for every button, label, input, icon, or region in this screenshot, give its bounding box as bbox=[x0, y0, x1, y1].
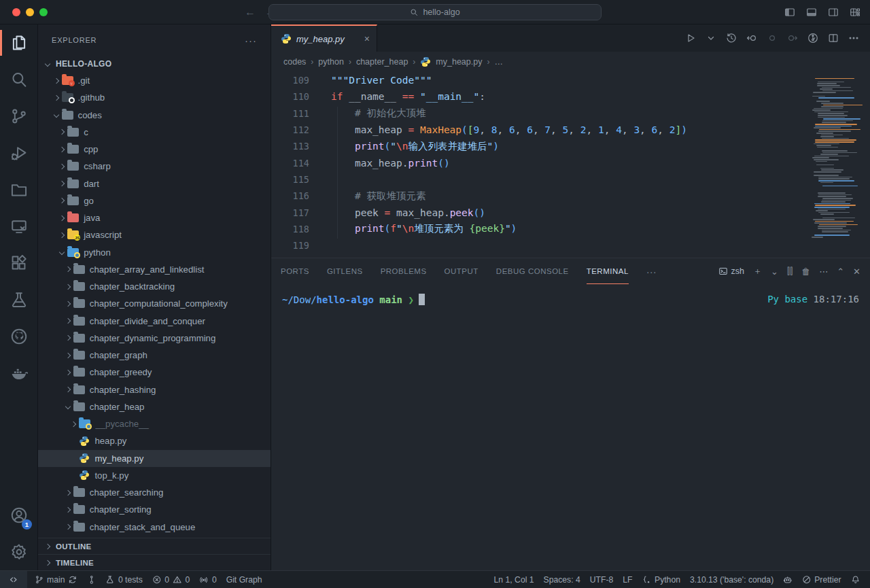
history-icon[interactable] bbox=[726, 33, 737, 44]
activity-project-manager[interactable] bbox=[0, 171, 37, 208]
terminal-shell-label[interactable]: zsh bbox=[718, 266, 744, 276]
chevron-right-icon[interactable] bbox=[63, 267, 73, 271]
panel-tabs-more[interactable]: ··· bbox=[646, 266, 657, 277]
chevron-right-icon[interactable] bbox=[63, 319, 73, 323]
chevron-right-icon[interactable] bbox=[63, 491, 73, 495]
chevron-right-icon[interactable] bbox=[56, 148, 67, 152]
tree-item-cpp[interactable]: cpp bbox=[38, 141, 271, 158]
activity-settings[interactable] bbox=[0, 534, 37, 570]
close-window-button[interactable] bbox=[12, 8, 20, 16]
activity-docker[interactable] bbox=[0, 355, 37, 392]
activity-remote-explorer[interactable] bbox=[0, 208, 37, 245]
split-editor-icon[interactable] bbox=[828, 33, 839, 44]
tree-item-dart[interactable]: dart bbox=[38, 175, 271, 192]
tree-item-chapter-heap[interactable]: chapter_heap bbox=[38, 398, 271, 415]
chevron-right-icon[interactable] bbox=[63, 387, 73, 392]
code-line-114[interactable]: 114 max_heap.print() bbox=[271, 154, 870, 171]
code-line-115[interactable]: 115 bbox=[271, 171, 870, 188]
chevron-right-icon[interactable] bbox=[63, 508, 73, 512]
layout-sidebar-right-icon[interactable] bbox=[828, 7, 839, 18]
layout-customize-icon[interactable] bbox=[850, 7, 860, 18]
status-encoding[interactable]: UTF-8 bbox=[585, 571, 619, 588]
code-line-111[interactable]: 111 # 初始化大顶堆 bbox=[271, 105, 870, 122]
panel-tab-terminal[interactable]: TERMINAL bbox=[587, 258, 629, 284]
breadcrumb-item[interactable]: python bbox=[318, 57, 344, 67]
tree-item--github[interactable]: .github bbox=[38, 89, 271, 106]
project-root-row[interactable]: HELLO-ALGO bbox=[38, 56, 271, 72]
code-line-118[interactable]: 118 print(f"\n堆顶元素为 {peek}") bbox=[271, 221, 870, 237]
status-python-interpreter[interactable]: 3.10.13 ('base': conda) bbox=[685, 571, 778, 588]
tree-item-c[interactable]: c bbox=[38, 124, 271, 141]
activity-search[interactable] bbox=[0, 61, 37, 98]
minimize-window-button[interactable] bbox=[26, 8, 34, 16]
trash-icon[interactable]: 🗑 bbox=[801, 266, 810, 277]
chevron-right-icon[interactable] bbox=[63, 285, 73, 289]
chevron-up-icon[interactable]: ⌃ bbox=[837, 266, 844, 277]
tree-item-top-k-py[interactable]: top_k.py bbox=[38, 467, 271, 484]
tree-item-chapter-greedy[interactable]: chapter_greedy bbox=[38, 364, 271, 381]
breadcrumb-item[interactable]: chapter_heap bbox=[356, 57, 408, 67]
activity-explorer[interactable] bbox=[0, 24, 37, 61]
chevron-right-icon[interactable] bbox=[63, 353, 73, 358]
status-remote-indicator[interactable] bbox=[0, 571, 27, 588]
layout-sidebar-icon[interactable] bbox=[784, 7, 795, 18]
tree-item--pycache-[interactable]: __pycache__ bbox=[38, 415, 271, 432]
code-line-113[interactable]: 113 print("\n输入列表并建堆后") bbox=[271, 138, 870, 154]
zoom-window-button[interactable] bbox=[39, 8, 48, 16]
circle-icon[interactable] bbox=[767, 33, 778, 44]
status-prettier[interactable]: Prettier bbox=[797, 571, 846, 588]
code-line-109[interactable]: 109"""Driver Code""" bbox=[271, 72, 870, 88]
tree-item-my-heap-py[interactable]: my_heap.py bbox=[38, 450, 271, 467]
status-git-graph[interactable]: Git Graph bbox=[222, 571, 267, 588]
status-indentation[interactable]: Spaces: 4 bbox=[539, 571, 585, 588]
navigate-back-icon[interactable]: ← bbox=[245, 6, 256, 18]
status-tests-status[interactable]: 0 tests bbox=[101, 571, 147, 588]
more-actions-icon[interactable] bbox=[848, 33, 859, 44]
code-line-119[interactable]: 119 bbox=[271, 237, 870, 254]
tab-my-heap[interactable]: my_heap.py × bbox=[271, 24, 377, 52]
tree-item-python[interactable]: python bbox=[38, 244, 271, 261]
tree-item-chapter-backtracking[interactable]: chapter_backtracking bbox=[38, 278, 271, 295]
chevron-right-icon[interactable] bbox=[56, 216, 67, 220]
tree-item-chapter-searching[interactable]: chapter_searching bbox=[38, 484, 271, 501]
chevron-right-icon[interactable] bbox=[56, 130, 67, 134]
tree-item-java[interactable]: java bbox=[38, 209, 271, 226]
status-gitlens-status[interactable] bbox=[82, 571, 101, 588]
layout-panel-icon[interactable] bbox=[806, 7, 817, 18]
chevron-right-icon[interactable] bbox=[51, 79, 62, 83]
minimap[interactable] bbox=[812, 76, 866, 239]
breadcrumb-item[interactable]: … bbox=[494, 57, 503, 67]
section-outline[interactable]: OUTLINE bbox=[38, 538, 271, 554]
tree-item-chapter-computational-complexity[interactable]: chapter_computational_complexity bbox=[38, 295, 271, 312]
shell-dropdown-icon[interactable]: ⌄ bbox=[771, 266, 778, 277]
code-editor[interactable]: 109"""Driver Code"""110if __name__ == "_… bbox=[271, 72, 870, 258]
status-copilot[interactable] bbox=[778, 571, 797, 588]
chevron-right-icon[interactable] bbox=[56, 181, 67, 186]
activity-accounts[interactable]: 1 bbox=[0, 497, 37, 534]
section-timeline[interactable]: TIMELINE bbox=[38, 554, 271, 570]
next-change-icon[interactable] bbox=[787, 33, 798, 44]
panel-tab-output[interactable]: OUTPUT bbox=[445, 258, 478, 284]
panel-tab-gitlens[interactable]: GITLENS bbox=[327, 258, 363, 284]
chevron-right-icon[interactable] bbox=[63, 525, 73, 529]
chevron-down-icon[interactable] bbox=[63, 404, 73, 409]
tree-item-chapter-divide-and-conquer[interactable]: chapter_divide_and_conquer bbox=[38, 313, 271, 330]
split-panel-icon[interactable]: ⫿⫿ bbox=[787, 266, 793, 277]
code-line-110[interactable]: 110if __name__ == "__main__": bbox=[271, 88, 870, 105]
breadcrumb-item[interactable]: codes bbox=[283, 57, 306, 67]
plus-icon[interactable]: ＋ bbox=[753, 265, 762, 277]
tree-item-codes[interactable]: codes bbox=[38, 107, 271, 124]
chevron-right-icon[interactable] bbox=[63, 336, 73, 340]
panel-tab-ports[interactable]: PORTS bbox=[281, 258, 309, 284]
activity-run-debug[interactable] bbox=[0, 135, 37, 171]
breadcrumb-item[interactable]: my_heap.py bbox=[436, 57, 482, 67]
close-panel-icon[interactable]: ✕ bbox=[853, 266, 860, 277]
tree-item-chapter-array-and-linkedlist[interactable]: chapter_array_and_linkedlist bbox=[38, 261, 271, 278]
tree-item-chapter-graph[interactable]: chapter_graph bbox=[38, 347, 271, 364]
tree-item-heap-py[interactable]: heap.py bbox=[38, 432, 271, 449]
chevron-right-icon[interactable] bbox=[56, 198, 67, 203]
chevron-down-icon[interactable] bbox=[56, 250, 67, 254]
chevron-right-icon[interactable] bbox=[63, 370, 73, 375]
status-git-branch[interactable]: main bbox=[30, 571, 82, 588]
tree-item--git[interactable]: ⑂.git bbox=[38, 72, 271, 89]
